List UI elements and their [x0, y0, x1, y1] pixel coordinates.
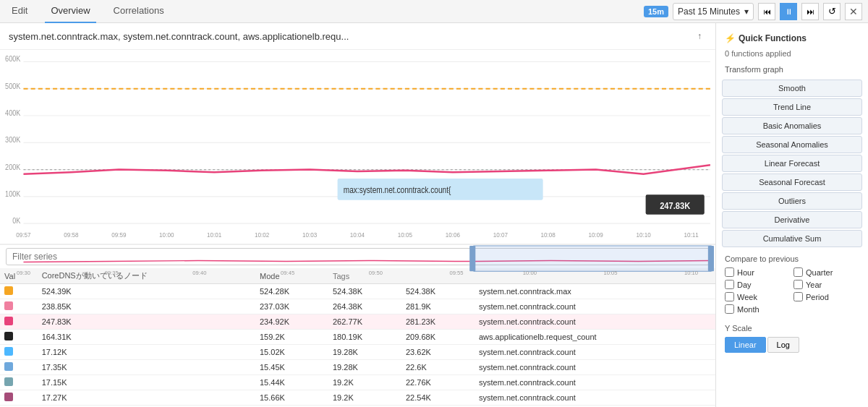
svg-text:max:system.net.conntrack.count: max:system.net.conntrack.count{	[344, 185, 451, 194]
svg-text:247.83K: 247.83K	[660, 200, 690, 211]
main-chart-svg: 600K 500K 400K 300K 200K 100K 0K	[0, 53, 715, 241]
compare-checkbox-hour[interactable]	[725, 267, 734, 277]
tab-correlations[interactable]: Correlations	[108, 0, 170, 23]
svg-text:100K: 100K	[5, 189, 20, 198]
svg-text:10:11: 10:11	[684, 231, 698, 239]
yscale-log-button[interactable]: Log	[767, 337, 799, 353]
table-row[interactable]: 238.85K237.03K264.38K281.9Ksystem.net.co…	[0, 299, 715, 314]
color-swatch	[4, 301, 13, 310]
series-name: aws.applicationelb.request_count	[475, 330, 715, 345]
series-value: 17.12K	[38, 345, 255, 360]
compare-checkbox-period[interactable]	[793, 292, 803, 301]
tab-overview[interactable]: Overview	[45, 0, 95, 23]
tab-edit[interactable]: Edit	[6, 0, 33, 23]
series-value: 22.76K	[401, 375, 475, 390]
compare-checkbox-quarter[interactable]	[793, 267, 803, 277]
svg-rect-37	[708, 246, 714, 271]
func-btn-smooth[interactable]: Smooth	[722, 80, 862, 97]
compare-checkbox-year[interactable]	[793, 280, 803, 289]
pause-button[interactable]: ⏸	[780, 3, 797, 20]
svg-text:09:59: 09:59	[111, 231, 126, 239]
func-btn-trend-line[interactable]: Trend Line	[722, 98, 862, 116]
chart-panel: system.net.conntrack.max, system.net.con…	[0, 23, 716, 407]
svg-text:09:45: 09:45	[281, 270, 294, 276]
svg-text:09:40: 09:40	[192, 270, 206, 276]
svg-text:09:58: 09:58	[64, 231, 78, 239]
compare-item-day: Day	[725, 280, 791, 289]
refresh-button[interactable]: ↺	[823, 3, 841, 20]
chart-title: system.net.conntrack.max, system.net.con…	[9, 31, 692, 42]
next-button[interactable]: ⏭	[801, 3, 819, 20]
svg-rect-36	[469, 246, 475, 271]
compare-item-week: Week	[725, 292, 791, 301]
svg-text:09:55: 09:55	[449, 270, 463, 276]
series-value: 22.54K	[401, 390, 475, 406]
series-value: 281.9K	[401, 299, 475, 314]
functions-applied: 0 functions applied	[716, 48, 868, 62]
svg-text:400K: 400K	[5, 108, 20, 117]
func-btn-seasonal-forecast[interactable]: Seasonal Forecast	[722, 173, 862, 191]
series-value: 17.27K	[38, 390, 255, 406]
share-icon[interactable]: ↑	[692, 29, 707, 43]
func-btn-cumulative-sum[interactable]: Cumulative Sum	[722, 230, 862, 247]
svg-text:10:01: 10:01	[207, 231, 221, 239]
close-button[interactable]: ✕	[845, 3, 862, 20]
yscale-title: Y Scale	[725, 324, 859, 333]
svg-text:10:06: 10:06	[446, 231, 460, 239]
color-swatch	[4, 362, 13, 371]
series-table: Val CoreDNSが動いているノード Mode Tags 524.39K52…	[0, 268, 715, 407]
series-value: 264.38K	[328, 299, 401, 314]
series-value: 209.68K	[401, 330, 475, 345]
svg-text:10:02: 10:02	[255, 231, 269, 239]
compare-item-quarter: Quarter	[793, 267, 859, 277]
prev-button[interactable]: ⏮	[758, 3, 775, 20]
series-value: 15.02K	[255, 345, 328, 360]
func-btn-derivative[interactable]: Derivative	[722, 211, 862, 228]
compare-label-week: Week	[737, 293, 757, 301]
color-swatch	[4, 377, 13, 386]
color-swatch	[4, 286, 13, 295]
series-name: system.net.conntrack.count	[475, 390, 715, 406]
compare-item-year: Year	[793, 280, 859, 289]
compare-checkbox-week[interactable]	[725, 292, 734, 301]
top-bar-right: 15m Past 15 Minutes ▾ ⏮ ⏸ ⏭ ↺ ✕	[644, 3, 862, 20]
func-btn-seasonal-anomalies[interactable]: Seasonal Anomalies	[722, 136, 862, 153]
func-btn-basic-anomalies[interactable]: Basic Anomalies	[722, 117, 862, 134]
tab-group: Edit Overview Correlations	[6, 0, 170, 23]
series-name: system.net.conntrack.count	[475, 360, 715, 375]
quick-functions-title: ⚡ Quick Functions	[716, 29, 868, 48]
yscale-linear-button[interactable]: Linear	[725, 337, 766, 353]
series-value: 180.19K	[328, 330, 401, 345]
table-row[interactable]: 524.39K524.28K524.38K524.38Ksystem.net.c…	[0, 284, 715, 299]
series-value: 22.6K	[401, 360, 475, 375]
series-name: system.net.conntrack.count	[475, 314, 715, 330]
table-row[interactable]: 17.35K15.45K19.28K22.6Ksystem.net.conntr…	[0, 360, 715, 375]
mini-chart-svg: 09:30 09:35 09:40 09:45 09:50 09:55 10:0…	[0, 244, 715, 276]
compare-label-year: Year	[806, 280, 822, 289]
table-row[interactable]: 17.15K15.44K19.2K22.76Ksystem.net.conntr…	[0, 375, 715, 390]
series-value: 17.35K	[38, 360, 255, 375]
chevron-down-icon: ▾	[744, 7, 749, 17]
time-range-select[interactable]: Past 15 Minutes ▾	[673, 3, 754, 20]
series-value: 19.28K	[328, 360, 401, 375]
table-row[interactable]: 164.31K159.2K180.19K209.68Kaws.applicati…	[0, 330, 715, 345]
svg-text:0K: 0K	[12, 216, 20, 225]
color-swatch	[4, 317, 13, 325]
table-row[interactable]: 17.27K15.66K19.2K22.54Ksystem.net.conntr…	[0, 390, 715, 406]
svg-text:10:05: 10:05	[603, 270, 617, 276]
compare-section: Compare to previous HourQuarterDayYearWe…	[716, 249, 868, 320]
svg-text:10:07: 10:07	[493, 231, 508, 239]
right-panel: ⚡ Quick Functions 0 functions applied Tr…	[716, 23, 868, 407]
table-row[interactable]: 247.83K234.92K262.77K281.23Ksystem.net.c…	[0, 314, 715, 330]
series-value: 19.28K	[328, 345, 401, 360]
svg-text:10:00: 10:00	[159, 231, 174, 239]
svg-text:09:57: 09:57	[16, 231, 30, 239]
compare-checkbox-month[interactable]	[725, 304, 734, 314]
compare-checkbox-day[interactable]	[725, 280, 734, 289]
compare-label-hour: Hour	[737, 268, 754, 277]
color-swatch	[4, 347, 13, 356]
table-row[interactable]: 17.12K15.02K19.28K23.62Ksystem.net.connt…	[0, 345, 715, 360]
func-btn-outliers[interactable]: Outliers	[722, 192, 862, 210]
svg-rect-35	[473, 246, 712, 271]
func-btn-linear-forecast[interactable]: Linear Forecast	[722, 155, 862, 172]
